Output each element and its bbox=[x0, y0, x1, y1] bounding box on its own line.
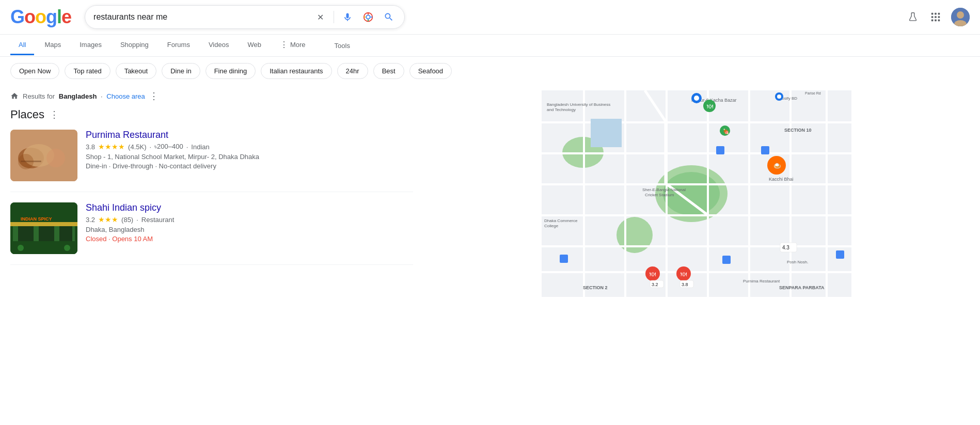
labs-button[interactable] bbox=[906, 10, 920, 24]
svg-text:3.2: 3.2 bbox=[652, 282, 658, 287]
tab-shopping[interactable]: Shopping bbox=[112, 36, 157, 55]
choose-area-link[interactable]: Choose area bbox=[106, 92, 145, 100]
svg-text:🍽: 🍽 bbox=[650, 271, 656, 278]
rating-value-2: 3.2 bbox=[86, 216, 95, 224]
svg-rect-13 bbox=[935, 20, 937, 22]
chip-best[interactable]: Best bbox=[373, 63, 404, 79]
location-place: Bangladesh bbox=[59, 92, 97, 100]
svg-text:3.8: 3.8 bbox=[682, 282, 688, 287]
restaurant-card-2[interactable]: INDIAN SPICY Shahi Indian spicy 3.2 ★★★ … bbox=[10, 202, 413, 265]
svg-point-24 bbox=[46, 149, 65, 167]
restaurant-info-1: Purnima Restaurant 3.8 ★★★★ (4.5K) · ৳20… bbox=[86, 130, 413, 181]
svg-rect-46 bbox=[542, 271, 851, 273]
chip-takeout[interactable]: Takeout bbox=[116, 63, 157, 79]
lens-search-button[interactable] bbox=[361, 10, 375, 24]
svg-text:🍛: 🍛 bbox=[773, 162, 781, 169]
chip-dine-in[interactable]: Dine in bbox=[162, 63, 200, 79]
svg-text:SECTION 2: SECTION 2 bbox=[583, 285, 608, 290]
svg-rect-43 bbox=[542, 183, 851, 185]
svg-rect-76 bbox=[761, 146, 769, 154]
restaurant-address-1: Shop - 1, National School Market, Mirpur… bbox=[86, 153, 413, 161]
tab-all[interactable]: All bbox=[10, 36, 34, 55]
svg-text:4.3: 4.3 bbox=[782, 245, 789, 250]
svg-rect-79 bbox=[560, 255, 568, 263]
stars-2: ★★★ bbox=[98, 215, 118, 224]
avatar[interactable] bbox=[951, 8, 970, 26]
places-title-text: Places bbox=[10, 108, 44, 121]
restaurant-tags-2: Closed · Opens 10 AM bbox=[86, 235, 413, 243]
tab-maps[interactable]: Maps bbox=[36, 36, 69, 55]
chip-seafood[interactable]: Seafood bbox=[409, 63, 452, 79]
svg-text:Kacchi Bhai: Kacchi Bhai bbox=[769, 177, 794, 182]
svg-text:Parise Rd: Parise Rd bbox=[805, 91, 821, 95]
tab-more[interactable]: ⋮ More bbox=[272, 35, 314, 56]
svg-rect-30 bbox=[10, 222, 77, 226]
chip-fine-dining[interactable]: Fine dining bbox=[206, 63, 256, 79]
svg-text:Posh Nosh.: Posh Nosh. bbox=[787, 260, 808, 264]
svg-point-16 bbox=[957, 11, 964, 19]
svg-text:Dhaka Commerce: Dhaka Commerce bbox=[544, 218, 578, 223]
review-count-1: (4.5K) bbox=[128, 143, 146, 151]
svg-text:SECTION 10: SECTION 10 bbox=[784, 128, 812, 133]
restaurant-image-2: INDIAN SPICY bbox=[10, 202, 77, 254]
svg-text:Sher-E-Bangla National: Sher-E-Bangla National bbox=[642, 187, 686, 192]
voice-search-button[interactable] bbox=[340, 10, 355, 24]
tab-web[interactable]: Web bbox=[239, 36, 270, 55]
tab-images[interactable]: Images bbox=[71, 36, 110, 55]
chip-italian[interactable]: Italian restaurants bbox=[261, 63, 331, 79]
svg-point-74 bbox=[777, 95, 781, 99]
search-input[interactable] bbox=[93, 12, 308, 22]
tab-videos[interactable]: Videos bbox=[200, 36, 238, 55]
map-container[interactable]: Bangladesh University of Business and Te… bbox=[423, 90, 970, 297]
svg-text:INDIAN SPICY: INDIAN SPICY bbox=[21, 216, 52, 222]
restaurant-card-1[interactable]: Purnima Restaurant 3.8 ★★★★ (4.5K) · ৳20… bbox=[10, 130, 413, 192]
nav-tabs: All Maps Images Shopping Forums Videos W… bbox=[0, 35, 980, 57]
clear-icon: ✕ bbox=[317, 12, 324, 22]
svg-rect-75 bbox=[716, 146, 724, 154]
restaurant-tags-1: Dine-in · Drive-through · No-contact del… bbox=[86, 162, 413, 170]
cuisine-2: Restaurant bbox=[141, 216, 175, 224]
svg-text:🍽: 🍽 bbox=[707, 103, 713, 110]
svg-rect-8 bbox=[938, 13, 940, 15]
apps-button[interactable] bbox=[928, 10, 943, 24]
google-logo: Google bbox=[10, 6, 71, 28]
svg-rect-10 bbox=[935, 16, 937, 18]
filter-chips: Open Now Top rated Takeout Dine in Fine … bbox=[0, 57, 980, 85]
places-more-button[interactable]: ⋮ bbox=[50, 109, 59, 120]
svg-text:Bangladesh University of Busin: Bangladesh University of Business bbox=[547, 102, 610, 107]
location-more-button[interactable]: ⋮ bbox=[149, 90, 159, 102]
chip-open-now[interactable]: Open Now bbox=[10, 63, 59, 79]
restaurant-rating-2: 3.2 ★★★ (85) · Restaurant bbox=[86, 215, 413, 224]
stars-1: ★★★★ bbox=[98, 143, 125, 151]
left-panel: Results for Bangladesh · Choose area ⋮ P… bbox=[10, 90, 413, 297]
tools-button[interactable]: Tools bbox=[326, 37, 358, 55]
svg-rect-12 bbox=[931, 20, 934, 22]
restaurant-name-1[interactable]: Purnima Restaurant bbox=[86, 130, 413, 140]
restaurant-name-2[interactable]: Shahi Indian spicy bbox=[86, 202, 413, 213]
right-panel[interactable]: Bangladesh University of Business and Te… bbox=[423, 90, 970, 297]
svg-rect-41 bbox=[542, 121, 851, 123]
svg-rect-48 bbox=[624, 90, 626, 297]
svg-rect-7 bbox=[935, 13, 937, 15]
chip-24hr[interactable]: 24hr bbox=[337, 63, 368, 79]
svg-rect-28 bbox=[39, 226, 54, 241]
svg-rect-6 bbox=[931, 13, 934, 15]
search-submit-button[interactable] bbox=[382, 10, 396, 24]
svg-text:🍽: 🍽 bbox=[681, 271, 687, 278]
flask-icon bbox=[907, 11, 919, 23]
divider bbox=[334, 11, 334, 23]
restaurant-image-1 bbox=[10, 130, 77, 181]
tab-forums[interactable]: Forums bbox=[159, 36, 198, 55]
grid-icon bbox=[930, 11, 941, 23]
svg-rect-47 bbox=[583, 90, 585, 297]
svg-point-1 bbox=[366, 15, 370, 19]
svg-rect-45 bbox=[542, 245, 851, 247]
avatar-image bbox=[951, 8, 970, 26]
clear-button[interactable]: ✕ bbox=[313, 10, 327, 24]
cuisine-1: Indian bbox=[191, 143, 209, 151]
review-count-2: (85) bbox=[121, 216, 133, 224]
chip-top-rated[interactable]: Top rated bbox=[65, 63, 110, 79]
location-info: Results for Bangladesh · Choose area ⋮ bbox=[10, 90, 413, 102]
header-right bbox=[906, 8, 970, 26]
svg-rect-11 bbox=[938, 16, 940, 18]
